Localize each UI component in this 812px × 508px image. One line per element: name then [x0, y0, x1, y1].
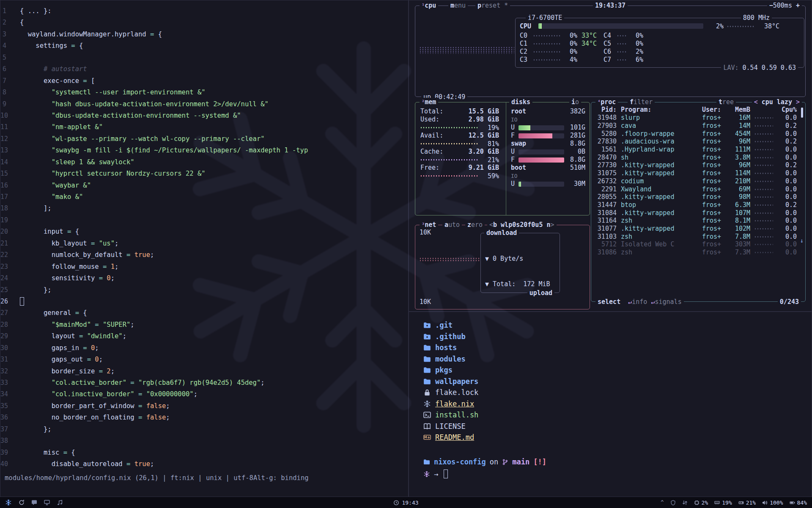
code-line[interactable]: 14 "sleep 1 && swaylock": [0, 157, 408, 168]
disk-usage-module[interactable]: 21%: [738, 500, 756, 506]
process-row[interactable]: 31948slurpfros+16M0.0: [595, 114, 797, 122]
line-number: 1: [0, 6, 20, 17]
process-row[interactable]: 1561.Hyprland-wrapfros+111M0.0: [595, 146, 797, 154]
process-row[interactable]: 5712Isolated Web Cfros+303M0.0: [595, 240, 797, 248]
shell-input-line[interactable]: →: [423, 469, 448, 478]
restart-button[interactable]: [19, 500, 25, 505]
tree-button[interactable]: tree: [716, 98, 736, 106]
code-line[interactable]: 26: [0, 296, 408, 307]
process-row[interactable]: 28055.kitty-wrappedfros+98M0.0: [595, 193, 797, 201]
code-line[interactable]: 6 # autostart: [0, 64, 408, 75]
process-row[interactable]: 31086zshfros+7.3M0.0: [595, 248, 797, 257]
process-row[interactable]: 31075.kitty-wrappedfros+114M0.0: [595, 169, 797, 177]
code-line[interactable]: 29 layout = "dwindle";: [0, 331, 408, 342]
code-line[interactable]: 11 "nm-applet &": [0, 121, 408, 133]
editor-window[interactable]: 1{ ... }:2{3 wayland.windowManager.hyprl…: [0, 0, 409, 497]
code-line[interactable]: 22 numlock_by_default = true;: [0, 249, 408, 261]
code-line[interactable]: 7 exec-once = [: [0, 75, 408, 87]
code-line[interactable]: 17 "mako &": [0, 191, 408, 203]
volume-module[interactable]: 100%: [762, 500, 783, 506]
process-row[interactable]: 31164zshfros+8.1M0.0: [595, 217, 797, 225]
code-line[interactable]: 4 settings = {: [0, 40, 408, 52]
header-program[interactable]: Program:: [617, 106, 702, 114]
shield-tray-icon[interactable]: [670, 500, 676, 505]
header-user[interactable]: User:: [702, 106, 727, 114]
process-row[interactable]: 27903cavafros+14M0.2: [595, 122, 797, 130]
code-line[interactable]: 5: [0, 52, 408, 64]
battery-module[interactable]: 84%: [790, 500, 807, 506]
process-row[interactable]: 2291Xwaylandfros+69M0.0: [595, 185, 797, 193]
disk-usage-row: U0B: [511, 148, 585, 156]
chat-app-icon[interactable]: [31, 500, 37, 505]
process-row[interactable]: 31447btopfros+6.3M0.2: [595, 201, 797, 209]
process-row[interactable]: 5280.floorp-wrappefros+454M0.0: [595, 130, 797, 138]
display-app-icon[interactable]: [44, 500, 50, 505]
code-line[interactable]: 39 misc = {: [0, 447, 408, 458]
filter-button[interactable]: filter: [628, 98, 655, 106]
code-line[interactable]: 12 "wl-paste --primary --watch wl-copy -…: [0, 133, 408, 145]
code-line[interactable]: 19: [0, 215, 408, 226]
code-line[interactable]: 35 border_part_of_window = false;: [0, 400, 408, 412]
code-line[interactable]: 28 "$mainMod" = "SUPER";: [0, 319, 408, 331]
code-line[interactable]: 36 no_border_on_floating = false;: [0, 412, 408, 423]
nixos-menu-button[interactable]: [5, 499, 12, 506]
update-interval-control[interactable]: −500ms +: [767, 1, 802, 10]
code-line[interactable]: 1{ ... }:: [0, 6, 408, 17]
code-line[interactable]: 13 "swaybg -m fill -i $(find ~/Pictures/…: [0, 145, 408, 156]
code-area[interactable]: 1{ ... }:2{3 wayland.windowManager.hyprl…: [0, 6, 408, 470]
header-pid[interactable]: Pid:: [595, 106, 617, 114]
code-line[interactable]: 25 };: [0, 284, 408, 296]
io-mode-button[interactable]: io: [569, 98, 581, 106]
cpu-total-label: CPU: [520, 22, 535, 30]
network-tray-icon[interactable]: [682, 500, 688, 505]
code-line[interactable]: 2{: [0, 17, 408, 28]
line-number: 31: [0, 354, 20, 365]
code-line[interactable]: 3 wayland.windowManager.hyprland = {: [0, 29, 408, 40]
code-line[interactable]: 32 border_size = 2;: [0, 366, 408, 377]
process-row[interactable]: 27730.kitty-wrappedfros+96M0.2: [595, 161, 797, 169]
memory-usage-module[interactable]: 19%: [714, 500, 732, 506]
sort-selector[interactable]: < cpu lazy >: [752, 98, 802, 106]
code-line[interactable]: 16 "waybar &": [0, 180, 408, 191]
terminal-window[interactable]: .git.githubhostsmodulespkgswallpapersfla…: [409, 312, 812, 497]
process-row[interactable]: 27830.audacious-wrafros+96M0.2: [595, 138, 797, 146]
code-line[interactable]: 27 general = {: [0, 307, 408, 319]
tray-expand-button[interactable]: ^: [661, 500, 664, 505]
file-name: modules: [435, 355, 466, 363]
code-line[interactable]: 40 disable_autoreload = true;: [0, 458, 408, 470]
code-line[interactable]: 10 "dbus-update-activation-environment -…: [0, 110, 408, 121]
code-line[interactable]: 38: [0, 435, 408, 447]
net-zero-button[interactable]: zero: [465, 221, 485, 229]
process-row[interactable]: 31103zshfros+7.8M0.0: [595, 232, 797, 240]
code-line[interactable]: 30 gaps_in = 0;: [0, 342, 408, 354]
code-line[interactable]: 15 "hyprctl setcursor Nordzy-cursors 22 …: [0, 168, 408, 179]
process-row[interactable]: 31077.kitty-wrappedfros+102M0.0: [595, 225, 797, 233]
process-table-header[interactable]: Pid: Program: User: MemB Cpu%: [595, 106, 797, 114]
process-row[interactable]: 28470shfros+3.8M0.0: [595, 153, 797, 161]
process-row[interactable]: 26732codiumfros+210M0.0: [595, 177, 797, 185]
header-memb[interactable]: MemB: [727, 106, 750, 114]
code-line[interactable]: 21 kb_layout = "us";: [0, 238, 408, 249]
code-line[interactable]: 18 ];: [0, 203, 408, 214]
header-cpu[interactable]: Cpu%: [777, 106, 797, 114]
code-line[interactable]: 20 input = {: [0, 226, 408, 237]
menu-button[interactable]: menu: [448, 1, 468, 10]
code-line[interactable]: 23 follow_mouse = 1;: [0, 261, 408, 273]
cpu-core-c0: C00%33°C: [520, 31, 597, 39]
scrollbar-thumb[interactable]: [801, 108, 803, 118]
preset-button[interactable]: preset *: [475, 1, 510, 10]
code-line[interactable]: 33 "col.active_border" = "rgb(cba6f7) rg…: [0, 377, 408, 389]
music-app-icon[interactable]: [57, 500, 63, 505]
code-line[interactable]: 37 };: [0, 424, 408, 435]
scroll-down-arrow[interactable]: ↓: [800, 237, 804, 244]
net-interface-selector[interactable]: <b wlp0s20f0u5 n>: [487, 221, 557, 229]
btop-window[interactable]: ¹cpu menu preset * 19:43:37 −500ms + i7-…: [409, 0, 812, 312]
code-line[interactable]: 31 gaps_out = 0;: [0, 354, 408, 365]
code-line[interactable]: 8 "systemctl --user import-environment &…: [0, 87, 408, 98]
cpu-usage-module[interactable]: 2%: [694, 500, 708, 506]
code-line[interactable]: 34 "col.inactive_border" = "0x00000000";: [0, 389, 408, 400]
process-row[interactable]: 31084.kitty-wrappedfros+107M0.0: [595, 209, 797, 217]
code-line[interactable]: 9 "hash dbus-update-activation-environme…: [0, 99, 408, 110]
code-line[interactable]: 24 sensitivity = 0;: [0, 273, 408, 284]
net-auto-button[interactable]: auto: [442, 221, 462, 229]
